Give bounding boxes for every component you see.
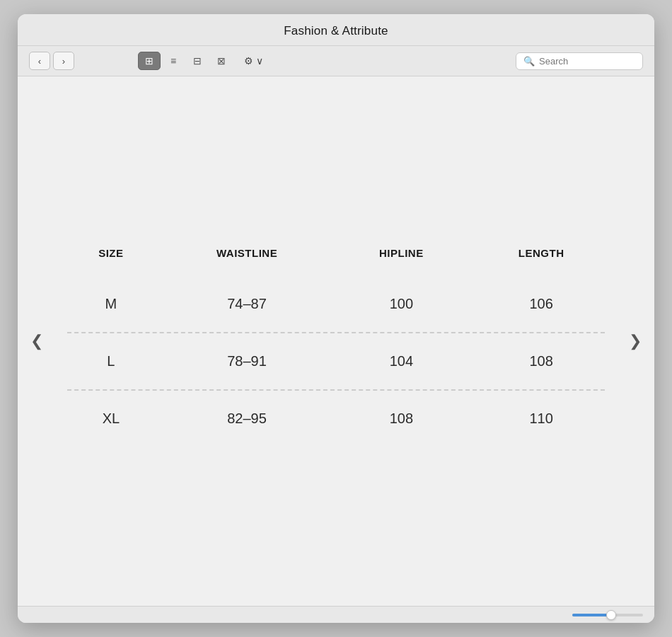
table-container: SIZE WAISTLINE HIPLINE LENGTH M 74–87 10… (18, 222, 654, 461)
cell-waistline-l: 78–91 (162, 333, 332, 389)
content-area: ❮ SIZE WAISTLINE HIPLINE LENGTH M 74–87 (18, 76, 654, 606)
slider-thumb[interactable] (606, 610, 616, 620)
table-row: M 74–87 100 106 (60, 276, 612, 332)
next-arrow-button[interactable]: ❯ (623, 326, 647, 356)
cell-waistline-m: 74–87 (162, 276, 332, 332)
cell-size-m: M (60, 276, 162, 332)
cell-waistline-xl: 82–95 (162, 391, 332, 447)
table-row: XL 82–95 108 110 (60, 391, 612, 447)
cell-size-xl: XL (60, 391, 162, 447)
window-title: Fashion & Attribute (32, 24, 640, 38)
bottom-bar (18, 606, 654, 623)
back-button[interactable]: ‹ (29, 52, 50, 70)
title-bar: Fashion & Attribute (18, 14, 654, 46)
slider-fill (572, 614, 608, 616)
view-gallery-button[interactable]: ⊠ (210, 52, 233, 70)
cell-size-l: L (60, 333, 162, 389)
view-buttons: ⊞ ≡ ⊟ ⊠ (138, 52, 233, 70)
size-table: SIZE WAISTLINE HIPLINE LENGTH M 74–87 10… (60, 236, 612, 447)
col-header-length: LENGTH (470, 236, 612, 276)
search-input[interactable] (539, 56, 635, 67)
nav-buttons: ‹ › (29, 52, 74, 70)
gear-icon: ⚙ (244, 55, 253, 67)
toolbar: ‹ › ⊞ ≡ ⊟ ⊠ ⚙ ∨ 🔍 (18, 46, 654, 76)
view-columns-button[interactable]: ⊟ (186, 52, 209, 70)
table-row: L 78–91 104 108 (60, 333, 612, 389)
view-grid-button[interactable]: ⊞ (138, 52, 161, 70)
cell-hipline-xl: 108 (332, 391, 470, 447)
cell-length-xl: 110 (470, 391, 612, 447)
zoom-slider[interactable] (572, 614, 643, 616)
cell-hipline-l: 104 (332, 333, 470, 389)
prev-arrow-button[interactable]: ❮ (25, 326, 49, 356)
forward-button[interactable]: › (53, 52, 74, 70)
cell-hipline-m: 100 (332, 276, 470, 332)
main-window: Fashion & Attribute ‹ › ⊞ ≡ ⊟ ⊠ ⚙ ∨ 🔍 ❮ (18, 14, 654, 623)
search-box: 🔍 (516, 52, 643, 70)
settings-arrow-icon: ∨ (256, 55, 263, 67)
cell-length-l: 108 (470, 333, 612, 389)
col-header-waistline: WAISTLINE (162, 236, 332, 276)
view-list-button[interactable]: ≡ (162, 52, 185, 70)
cell-length-m: 106 (470, 276, 612, 332)
search-icon: 🔍 (523, 56, 535, 67)
settings-button[interactable]: ⚙ ∨ (240, 52, 267, 69)
col-header-size: SIZE (60, 236, 162, 276)
col-header-hipline: HIPLINE (332, 236, 470, 276)
